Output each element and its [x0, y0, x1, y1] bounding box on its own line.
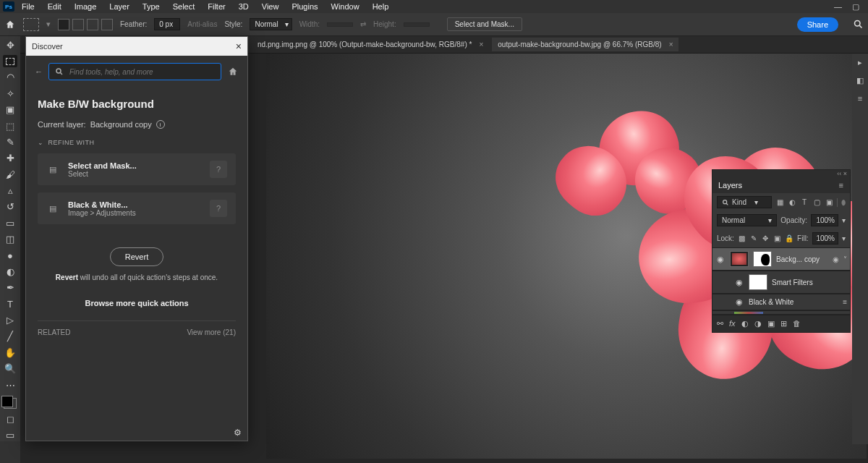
opacity-input[interactable]: 100% — [811, 214, 838, 226]
minimize-button[interactable]: — — [834, 2, 842, 12]
chevron-down-icon[interactable]: ˅ — [843, 255, 847, 263]
blend-mode-select[interactable]: Normal ▾ — [717, 214, 777, 226]
group-icon[interactable]: ▣ — [767, 319, 775, 328]
search-input[interactable] — [69, 68, 215, 76]
move-tool-icon[interactable]: ✥ — [3, 39, 17, 51]
quick-mask-icon[interactable]: ◻ — [3, 413, 17, 425]
marquee-tool-icon[interactable] — [3, 55, 17, 67]
maximize-button[interactable]: ▢ — [852, 2, 859, 12]
visibility-icon[interactable]: ◉ — [734, 297, 744, 307]
dock-icon[interactable]: ◧ — [856, 76, 864, 85]
menu-file[interactable]: File — [16, 1, 41, 12]
refine-with-header[interactable]: ⌄ REFINE WITH — [38, 139, 236, 146]
layer-thumbnail[interactable] — [730, 251, 749, 267]
dodge-tool-icon[interactable]: ◐ — [3, 266, 17, 277]
panel-collapse-bar[interactable]: ‹‹ × — [712, 170, 850, 177]
menu-edit[interactable]: Edit — [42, 1, 67, 12]
panel-menu-icon[interactable]: ≡ — [839, 181, 844, 190]
action-select-and-mask[interactable]: ▤ Select and Mask... Select ? — [38, 153, 236, 185]
heal-tool-icon[interactable]: ✚ — [3, 153, 17, 164]
menu-image[interactable]: Image — [69, 1, 103, 12]
menu-view[interactable]: View — [256, 1, 285, 12]
search-icon[interactable] — [853, 19, 864, 30]
type-tool-icon[interactable]: T — [3, 298, 17, 310]
lock-paint-icon[interactable]: ✎ — [749, 234, 757, 243]
lock-artboard-icon[interactable]: ▣ — [773, 234, 781, 243]
gradient-tool-icon[interactable]: ◫ — [3, 234, 17, 245]
close-icon[interactable]: × — [479, 41, 483, 48]
filter-pixel-icon[interactable]: ▦ — [775, 198, 784, 207]
dock-icon[interactable]: ▸ — [858, 58, 862, 67]
zoom-tool-icon[interactable]: 🔍 — [3, 363, 17, 375]
select-and-mask-button[interactable]: Select and Mask... — [447, 17, 522, 31]
color-swatch[interactable] — [4, 398, 17, 409]
fill-input[interactable]: 100% — [812, 232, 838, 245]
menu-help[interactable]: Help — [367, 1, 395, 12]
menu-type[interactable]: Type — [137, 1, 166, 12]
mask-thumbnail[interactable] — [753, 251, 772, 267]
frame-tool-icon[interactable]: ⬚ — [3, 120, 17, 132]
back-icon[interactable]: ← — [35, 67, 43, 76]
history-brush-icon[interactable]: ↺ — [3, 201, 17, 213]
menu-filter[interactable]: Filter — [202, 1, 231, 12]
stamp-tool-icon[interactable]: ▵ — [3, 184, 17, 196]
mask-icon[interactable]: ◐ — [741, 319, 749, 328]
view-more-link[interactable]: View more (21) — [187, 328, 236, 336]
tab-document-1[interactable]: nd.png.img.png @ 100% (Output-make-backg… — [252, 38, 489, 51]
crop-tool-icon[interactable]: ▣ — [3, 104, 17, 116]
layer-row-black-white[interactable]: ◉ Black & White ≡ — [712, 294, 850, 310]
close-icon[interactable]: × — [236, 41, 242, 52]
filter-options-icon[interactable]: ≡ — [843, 298, 847, 306]
tab-document-2[interactable]: output-make-background-bw.jpg @ 66.7% (R… — [492, 38, 678, 51]
add-selection-icon[interactable] — [72, 19, 84, 30]
hand-tool-icon[interactable]: ✋ — [3, 347, 17, 358]
new-layer-icon[interactable]: ⊞ — [780, 319, 787, 328]
path-tool-icon[interactable]: ▷ — [3, 314, 17, 326]
filter-shape-icon[interactable]: ▢ — [812, 198, 821, 207]
pen-tool-icon[interactable]: ✒ — [3, 282, 17, 294]
intersect-selection-icon[interactable] — [101, 19, 113, 30]
filter-toggle-icon[interactable]: ⬮ — [837, 198, 846, 207]
menu-3d[interactable]: 3D — [233, 1, 255, 12]
filter-adjust-icon[interactable]: ◐ — [788, 198, 796, 207]
filter-smart-icon[interactable]: ▣ — [825, 198, 833, 207]
close-icon[interactable]: × — [669, 41, 673, 48]
eyedropper-tool-icon[interactable]: ✎ — [3, 136, 17, 148]
revert-button[interactable]: Revert — [110, 247, 163, 266]
dock-icon[interactable]: ≡ — [858, 94, 862, 103]
lock-position-icon[interactable]: ✥ — [762, 234, 770, 243]
style-select[interactable]: Normal ▾ — [250, 18, 292, 30]
fx-icon[interactable]: fx — [729, 319, 736, 328]
lasso-tool-icon[interactable]: ◠ — [3, 72, 17, 83]
gear-icon[interactable]: ⚙ — [234, 428, 242, 438]
link-layers-icon[interactable]: ⚯ — [717, 319, 723, 328]
adjustment-icon[interactable]: ◑ — [754, 319, 762, 328]
action-black-and-white[interactable]: ▤ Black & White... Image > Adjustments ? — [38, 192, 236, 224]
home-icon[interactable] — [227, 67, 239, 77]
layer-name[interactable]: Backg... copy — [776, 255, 820, 263]
menu-plugins[interactable]: Plugins — [286, 1, 323, 12]
menu-window[interactable]: Window — [326, 1, 365, 12]
filter-kind-select[interactable]: Kind ▾ — [717, 196, 772, 208]
marquee-tool-icon[interactable]: ⠀ — [23, 18, 39, 31]
feather-input[interactable]: 0 px — [154, 18, 180, 30]
wand-tool-icon[interactable]: ✧ — [3, 88, 17, 99]
home-button[interactable] — [4, 20, 16, 30]
discover-search-box[interactable] — [48, 63, 221, 80]
filter-type-icon[interactable]: T — [800, 198, 809, 207]
subtract-selection-icon[interactable] — [87, 19, 98, 30]
help-icon[interactable]: ? — [210, 161, 227, 178]
help-icon[interactable]: ? — [210, 200, 227, 217]
layer-row-smart-filters[interactable]: ◉ Smart Filters — [712, 271, 850, 294]
menu-layer[interactable]: Layer — [103, 1, 135, 12]
brush-tool-icon[interactable]: 🖌 — [3, 169, 17, 180]
more-tools-icon[interactable]: ⋯ — [3, 379, 17, 391]
menu-select[interactable]: Select — [167, 1, 201, 12]
lock-transparency-icon[interactable]: ▩ — [738, 234, 746, 243]
share-button[interactable]: Share — [797, 17, 838, 32]
blur-tool-icon[interactable]: ● — [3, 250, 17, 261]
delete-icon[interactable]: 🗑 — [793, 319, 801, 328]
info-icon[interactable]: i — [156, 120, 165, 129]
lock-all-icon[interactable]: 🔒 — [785, 234, 793, 243]
browse-more-link[interactable]: Browse more quick actions — [38, 299, 236, 307]
